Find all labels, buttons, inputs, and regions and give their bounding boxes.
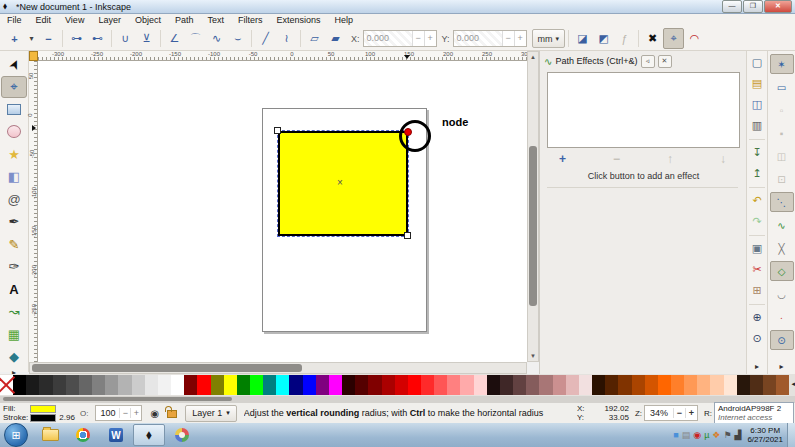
y-minus-button[interactable]: − [502, 31, 514, 46]
color-swatch[interactable] [237, 375, 250, 395]
y-plus-button[interactable]: + [514, 31, 526, 46]
palette-overflow-arrow[interactable]: ◂ [791, 380, 795, 388]
color-swatch[interactable] [382, 375, 395, 395]
snap-smooth-nodes[interactable]: ◡ [770, 284, 794, 304]
zoom-drawing[interactable]: ⊙ [748, 330, 766, 347]
tool-pencil[interactable]: ✎ [1, 233, 27, 256]
insert-node-options[interactable]: ▾ [25, 28, 38, 49]
color-swatch[interactable] [632, 375, 645, 395]
commands-overflow-arrow[interactable]: ▸ [755, 362, 759, 371]
taskbar-chrome-button[interactable] [67, 424, 99, 446]
document-properties[interactable]: ▢ [748, 54, 766, 71]
color-swatch[interactable] [132, 375, 145, 395]
color-swatch[interactable] [211, 375, 224, 395]
tray-icon-4[interactable]: µ [704, 430, 709, 440]
color-swatch[interactable] [487, 375, 500, 395]
color-swatch[interactable] [421, 375, 434, 395]
fill-color-indicator[interactable] [30, 405, 56, 413]
color-swatch[interactable] [763, 375, 776, 395]
snap-others[interactable]: ⊙ [770, 330, 794, 350]
horizontal-scrollbar-thumb[interactable] [32, 364, 302, 372]
color-swatch[interactable] [158, 375, 171, 395]
add-effect-button[interactable]: + [559, 152, 566, 166]
snap-cusp-nodes[interactable]: ◇ [770, 261, 794, 281]
minimize-button[interactable]: — [722, 0, 742, 13]
color-swatch[interactable] [408, 375, 421, 395]
color-swatch[interactable] [618, 375, 631, 395]
import-bitmap[interactable]: ↧ [748, 144, 766, 161]
color-swatch[interactable] [263, 375, 276, 395]
layer-visibility-icon[interactable]: ◉ [150, 408, 159, 419]
move-effect-down-button[interactable]: ↓ [720, 152, 726, 166]
menu-filters[interactable]: Filters [231, 14, 270, 27]
show-bezier-handles[interactable]: ⌖ [663, 28, 684, 49]
color-swatch[interactable] [250, 375, 263, 395]
horizontal-ruler[interactable]: -300-250-200-150-100-5005010015020025030… [38, 51, 527, 61]
color-swatch[interactable] [53, 375, 66, 395]
tool-connector[interactable]: ↝ [1, 301, 27, 324]
node-auto-smooth[interactable]: ⌣ [227, 28, 248, 49]
color-swatch[interactable] [303, 375, 316, 395]
open-document[interactable]: ▤ [748, 75, 766, 92]
insert-node[interactable]: + [4, 28, 25, 49]
paste[interactable]: ⊞ [748, 282, 766, 299]
taskbar-paint-button[interactable] [166, 424, 198, 446]
tool-mesh[interactable]: ▦ [1, 323, 27, 346]
tool-spiral[interactable]: @ [1, 188, 27, 211]
delete-segment[interactable]: ⊻ [136, 28, 157, 49]
color-swatch[interactable] [342, 375, 355, 395]
tool-star[interactable]: ★ [1, 143, 27, 166]
tool-selector[interactable]: ➤ [1, 53, 27, 76]
stroke-color-indicator[interactable] [30, 414, 56, 422]
color-swatch[interactable] [460, 375, 473, 395]
color-swatch[interactable] [645, 375, 658, 395]
color-swatch[interactable] [145, 375, 158, 395]
color-swatch[interactable] [710, 375, 723, 395]
break-nodes[interactable]: ⊷ [87, 28, 108, 49]
color-swatch[interactable] [316, 375, 329, 395]
export-bitmap[interactable]: ↥ [748, 165, 766, 182]
node-corner[interactable]: ∠ [164, 28, 185, 49]
color-swatch[interactable] [474, 375, 487, 395]
color-swatch[interactable] [26, 375, 39, 395]
snap-midpoints[interactable]: ∙ [770, 307, 794, 327]
snap-paths[interactable]: ∿ [770, 215, 794, 235]
color-swatch[interactable] [447, 375, 460, 395]
taskbar-inkscape-button[interactable]: ⬧ [133, 424, 165, 446]
color-swatch[interactable] [355, 375, 368, 395]
save-document[interactable]: ◫ [748, 96, 766, 113]
ruler-origin-widget[interactable] [29, 51, 38, 61]
color-swatch[interactable] [513, 375, 526, 395]
restore-button[interactable]: ❐ [743, 0, 763, 13]
snap-bbox-centers[interactable]: ⊡ [770, 169, 794, 189]
zoom-in-button[interactable]: + [685, 408, 697, 418]
drawing-canvas[interactable]: × node [38, 61, 527, 362]
taskbar-explorer-button[interactable] [34, 424, 66, 446]
show-path-outline[interactable]: ◠ [684, 28, 705, 49]
move-effect-up-button[interactable]: ↑ [667, 152, 673, 166]
vertical-scrollbar[interactable]: ▲ ▼ [527, 51, 539, 362]
node-handle-bottom-right[interactable] [404, 232, 411, 239]
tool-dropper[interactable]: ◆ [1, 346, 27, 369]
segment-line[interactable]: ╱ [255, 28, 276, 49]
delete-node[interactable]: − [38, 28, 59, 49]
color-swatch[interactable] [434, 375, 447, 395]
segment-curve[interactable]: ≀ [276, 28, 297, 49]
vertical-ruler[interactable]: 500-50-100-150-200-250 [29, 61, 38, 362]
color-swatch[interactable] [66, 375, 79, 395]
color-swatch[interactable] [79, 375, 92, 395]
color-swatch[interactable] [184, 375, 197, 395]
color-swatch[interactable] [658, 375, 671, 395]
show-transform-handles[interactable]: ✖ [642, 28, 663, 49]
menu-layer[interactable]: Layer [91, 14, 128, 27]
snap-bounding-box[interactable]: ▭ [770, 77, 794, 97]
tray-icon-6[interactable]: ⚑ [723, 430, 731, 440]
menu-edit[interactable]: Edit [29, 14, 59, 27]
color-swatch[interactable] [197, 375, 210, 395]
tray-icon-3[interactable]: ◉ [693, 430, 701, 440]
snap-bbox-edges[interactable]: ▫ [770, 100, 794, 120]
color-swatch[interactable] [526, 375, 539, 395]
tray-icon-5[interactable]: ❖ [712, 430, 720, 440]
edit-clipping-path[interactable]: ◪ [572, 28, 593, 49]
color-swatch[interactable] [553, 375, 566, 395]
